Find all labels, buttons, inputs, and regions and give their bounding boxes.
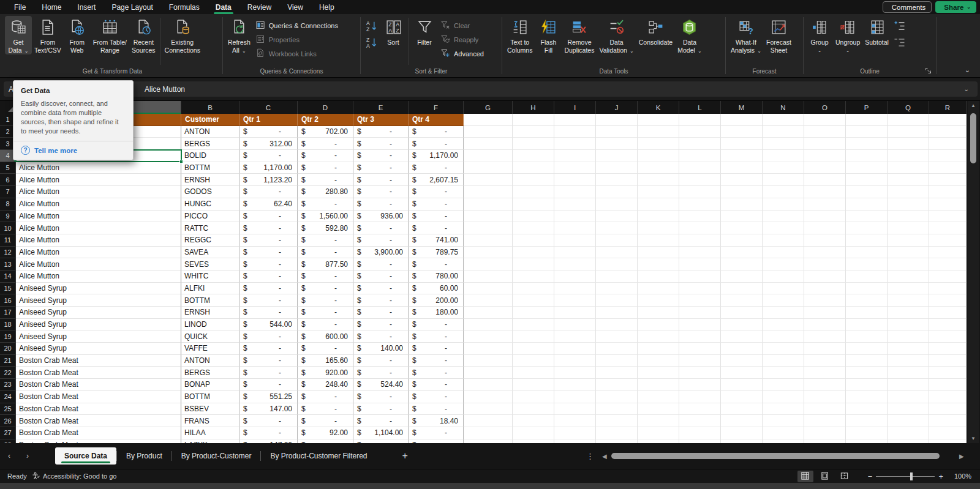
cell-empty[interactable] xyxy=(513,367,554,379)
cell-qtr4[interactable]: $- xyxy=(409,198,464,211)
consolidate-button[interactable]: Consolidate xyxy=(636,16,675,47)
cell-product[interactable]: Boston Crab Meat xyxy=(16,403,181,416)
cell-empty[interactable] xyxy=(638,186,679,198)
column-header-k[interactable]: K xyxy=(638,101,679,114)
cell-qtr1[interactable]: $- xyxy=(239,186,298,198)
cell-empty[interactable] xyxy=(721,162,763,174)
cell-empty[interactable] xyxy=(888,114,929,126)
cell-empty[interactable] xyxy=(846,234,888,247)
cell-empty[interactable] xyxy=(888,283,929,295)
cell-customer[interactable]: LINOD xyxy=(181,319,239,331)
cell-empty[interactable] xyxy=(721,222,763,234)
cell-qtr2[interactable]: $702.00 xyxy=(298,126,353,138)
cell-empty[interactable] xyxy=(888,343,929,355)
cell-empty[interactable] xyxy=(763,355,804,367)
cell-qtr1[interactable]: $147.00 xyxy=(239,403,298,416)
cell-empty[interactable] xyxy=(554,258,596,271)
cell-qtr1[interactable]: $- xyxy=(239,211,298,223)
cell-customer[interactable]: ERNSH xyxy=(181,174,239,186)
cell-empty[interactable] xyxy=(721,234,763,247)
cell-qtr2[interactable]: $- xyxy=(298,234,353,247)
cell-empty[interactable] xyxy=(638,138,679,150)
cell-empty[interactable] xyxy=(596,198,638,211)
cell-empty[interactable] xyxy=(888,271,929,283)
cell-empty[interactable] xyxy=(888,174,929,186)
cell-empty[interactable] xyxy=(929,162,967,174)
zoom-slider-thumb[interactable] xyxy=(910,472,913,480)
cell-empty[interactable] xyxy=(638,415,679,427)
cell-qtr2[interactable]: $- xyxy=(298,294,353,307)
cell-empty[interactable] xyxy=(679,367,721,379)
cell-empty[interactable] xyxy=(464,367,513,379)
menu-tab-help[interactable]: Help xyxy=(311,0,342,14)
cell-empty[interactable] xyxy=(679,403,721,416)
cell-empty[interactable] xyxy=(464,150,513,162)
cell-qtr3[interactable]: $- xyxy=(353,222,409,234)
cell-empty[interactable] xyxy=(846,150,888,162)
menu-tab-page-layout[interactable]: Page Layout xyxy=(104,0,160,14)
cell-empty[interactable] xyxy=(596,355,638,367)
cell-empty[interactable] xyxy=(513,319,554,331)
cell-customer[interactable]: ERNSH xyxy=(181,307,239,319)
cell-qtr1[interactable]: $- xyxy=(239,150,298,162)
cell-empty[interactable] xyxy=(464,138,513,150)
cell-product[interactable]: Boston Crab Meat xyxy=(16,415,181,427)
cell-empty[interactable] xyxy=(464,403,513,416)
cell-customer[interactable]: ALFKI xyxy=(181,283,239,295)
cell-empty[interactable] xyxy=(721,319,763,331)
cell-empty[interactable] xyxy=(638,330,679,343)
cell-empty[interactable] xyxy=(804,114,846,126)
existing-connections-button[interactable]: Existing Connections xyxy=(162,16,203,54)
row-header-19[interactable]: 19 xyxy=(0,330,16,343)
cell-qtr2[interactable]: $- xyxy=(298,403,353,416)
cell-qtr3[interactable]: $- xyxy=(353,330,409,343)
cell-empty[interactable] xyxy=(763,114,804,126)
cell-empty[interactable] xyxy=(464,330,513,343)
cell-empty[interactable] xyxy=(679,330,721,343)
cell-header-qtr-4[interactable]: Qtr 4 xyxy=(409,114,464,126)
cell-empty[interactable] xyxy=(804,211,846,223)
cell-empty[interactable] xyxy=(929,319,967,331)
cell-qtr4[interactable]: $- xyxy=(409,186,464,198)
cell-empty[interactable] xyxy=(846,403,888,416)
cell-empty[interactable] xyxy=(721,307,763,319)
cell-qtr1[interactable]: $- xyxy=(239,355,298,367)
cell-empty[interactable] xyxy=(638,283,679,295)
cell-qtr3[interactable]: $- xyxy=(353,307,409,319)
cell-qtr4[interactable]: $- xyxy=(409,211,464,223)
column-header-h[interactable]: H xyxy=(513,101,554,114)
page-break-view-button[interactable] xyxy=(837,471,853,482)
cell-empty[interactable] xyxy=(888,415,929,427)
cell-empty[interactable] xyxy=(638,427,679,439)
cell-product[interactable]: Boston Crab Meat xyxy=(16,355,181,367)
cell-empty[interactable] xyxy=(846,211,888,223)
cell-empty[interactable] xyxy=(763,319,804,331)
cell-empty[interactable] xyxy=(721,283,763,295)
cell-empty[interactable] xyxy=(721,174,763,186)
cell-customer[interactable]: BOTTM xyxy=(181,294,239,307)
cell-empty[interactable] xyxy=(554,186,596,198)
column-header-i[interactable]: I xyxy=(554,101,596,114)
ungroup-button[interactable]: Ungroup⌄ xyxy=(833,16,862,54)
remove-duplicates-button[interactable]: Remove Duplicates xyxy=(562,16,597,54)
cell-empty[interactable] xyxy=(464,222,513,234)
cell-empty[interactable] xyxy=(513,355,554,367)
sheet-tab-by-product-customer[interactable]: By Product-Customer xyxy=(172,447,261,465)
cell-qtr1[interactable]: $- xyxy=(239,247,298,259)
sheet-nav-prev-icon[interactable]: ‹ xyxy=(0,452,18,460)
cell-customer[interactable]: BSBEV xyxy=(181,403,239,416)
cell-qtr4[interactable]: $1,170.00 xyxy=(409,150,464,162)
cell-qtr2[interactable]: $- xyxy=(298,247,353,259)
cell-empty[interactable] xyxy=(888,222,929,234)
cell-empty[interactable] xyxy=(513,294,554,307)
cell-qtr3[interactable]: $3,900.00 xyxy=(353,247,409,259)
formula-input[interactable]: Alice Mutton xyxy=(130,85,964,94)
cell-qtr1[interactable]: $- xyxy=(239,283,298,295)
column-header-c[interactable]: C xyxy=(239,101,298,114)
cell-empty[interactable] xyxy=(679,186,721,198)
cell-empty[interactable] xyxy=(679,162,721,174)
cell-empty[interactable] xyxy=(513,330,554,343)
cell-empty[interactable] xyxy=(554,234,596,247)
cell-empty[interactable] xyxy=(596,427,638,439)
cell-empty[interactable] xyxy=(464,283,513,295)
